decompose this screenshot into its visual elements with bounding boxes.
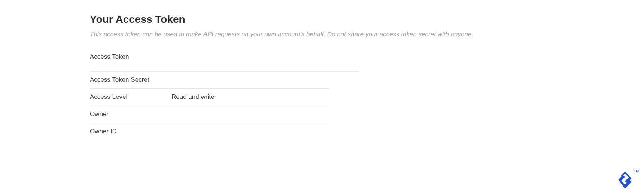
field-row-owner-id: Owner ID <box>90 123 329 140</box>
access-token-panel: Your Access Token This access token can … <box>0 0 644 140</box>
field-row-owner: Owner <box>90 106 329 123</box>
field-label-owner: Owner <box>90 110 171 118</box>
field-label-access-token-secret: Access Token Secret <box>90 76 171 84</box>
brand-logo-corner: TM <box>616 169 639 191</box>
field-row-access-level: Access Level Read and write <box>90 89 329 106</box>
field-label-access-level: Access Level <box>90 93 171 101</box>
trademark-label: TM <box>634 169 639 173</box>
page-title: Your Access Token <box>90 13 644 25</box>
page-subtitle: This access token can be used to make AP… <box>90 30 644 39</box>
field-label-owner-id: Owner ID <box>90 128 171 135</box>
field-row-access-token: Access Token <box>90 53 359 72</box>
field-row-access-token-secret: Access Token Secret <box>90 72 329 89</box>
field-label-access-token: Access Token <box>90 53 171 61</box>
field-value-access-level: Read and write <box>171 93 214 101</box>
toptal-logo-icon <box>616 169 634 191</box>
